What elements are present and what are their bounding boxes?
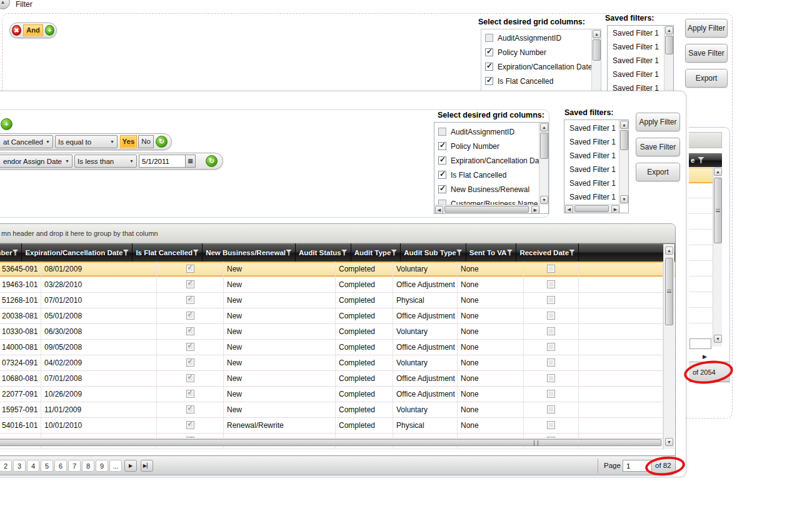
filter-funnel-icon[interactable] <box>286 250 292 256</box>
scroll-right-icon[interactable]: ▶ <box>611 205 619 213</box>
table-row[interactable]: 54016-101 10/01/2010 Renewal/Rewrite Com… <box>0 418 675 434</box>
column-option[interactable]: Expiration/Cancellation Date <box>481 59 601 74</box>
column-option[interactable]: Expiration/Cancellation Date <box>434 153 548 168</box>
and-operator-button[interactable]: And <box>23 24 43 36</box>
column-header[interactable]: New Business/Renewal <box>203 243 296 262</box>
column-checkbox[interactable] <box>438 128 446 136</box>
column-checkbox[interactable] <box>438 142 446 150</box>
filter-funnel-icon[interactable] <box>341 250 348 256</box>
field-dropdown-1[interactable]: at Cancelled ▼ <box>0 135 53 148</box>
column-option[interactable]: Policy Number <box>434 139 548 153</box>
page-number-button[interactable]: 6 <box>54 460 67 472</box>
date-input[interactable] <box>139 155 185 168</box>
column-checkbox[interactable] <box>485 48 493 56</box>
export-button[interactable]: Export <box>685 69 728 88</box>
yes-toggle-button[interactable]: Yes <box>120 135 137 148</box>
scroll-down-icon[interactable]: ▼ <box>714 335 722 343</box>
scroll-up-icon[interactable]: ▲ <box>665 246 673 255</box>
table-row[interactable]: 14000-081 09/05/2008 New Completed Offic… <box>0 340 675 355</box>
page-number-input[interactable] <box>623 460 652 472</box>
last-page-button[interactable]: ▶▏ <box>141 460 153 472</box>
columns-scrollbar[interactable]: ▲ <box>591 29 601 91</box>
column-option[interactable]: Is Flat Cancelled <box>434 168 548 182</box>
save-filter-button[interactable]: Save Filter <box>685 44 728 63</box>
column-checkbox[interactable] <box>485 34 493 42</box>
page-number-button[interactable]: 8 <box>82 460 94 472</box>
scroll-up-icon[interactable]: ▲ <box>593 30 601 38</box>
column-header[interactable]: Number <box>0 243 22 262</box>
scroll-up-icon[interactable]: ▲ <box>714 168 722 176</box>
column-header[interactable]: Received Date <box>516 243 579 262</box>
scroll-down-icon[interactable]: ▼ <box>665 438 673 446</box>
column-checkbox[interactable] <box>438 156 446 165</box>
background-highlighted-row[interactable] <box>689 168 713 183</box>
scroll-right-icon[interactable]: ▶ <box>531 206 539 214</box>
no-toggle-button[interactable]: No <box>138 135 154 148</box>
saved-filters-hscrollbar[interactable]: ◀ ▶ <box>564 204 620 213</box>
background-column-header[interactable]: e <box>689 153 722 167</box>
grid-horizontal-scrollbar[interactable] <box>0 438 663 447</box>
column-checkbox[interactable] <box>438 171 446 179</box>
add-filter-row-button[interactable]: + <box>1 118 13 130</box>
filter-funnel-icon[interactable] <box>12 250 18 256</box>
column-header[interactable]: Audit Status <box>296 243 351 262</box>
scroll-down-icon[interactable]: ▼ <box>540 196 548 204</box>
column-header[interactable]: Audit Sub Type <box>401 243 466 262</box>
saved-filters-scrollbar[interactable]: ▲ <box>664 26 673 91</box>
scroll-left-icon[interactable]: ◀ <box>565 205 573 213</box>
background-page-input[interactable] <box>689 338 711 349</box>
column-option[interactable]: New Business/Renewal <box>434 182 548 196</box>
swap-condition-icon[interactable]: ↻ <box>156 136 168 148</box>
remove-filter-group-button[interactable]: ✖ <box>12 25 21 36</box>
scroll-thumb[interactable] <box>540 133 548 159</box>
export-button[interactable]: Export <box>636 163 680 181</box>
scroll-thumb[interactable] <box>444 206 529 213</box>
table-row[interactable]: 07324-091 04/02/2009 New Completed Volun… <box>0 355 675 371</box>
scroll-up-icon[interactable]: ▲ <box>620 121 628 129</box>
filter-funnel-icon[interactable] <box>506 250 513 256</box>
column-option[interactable]: AuditAssignmentID <box>434 124 548 139</box>
scroll-down-icon[interactable]: ▼ <box>620 195 628 203</box>
filter-funnel-icon[interactable] <box>123 250 129 256</box>
table-row[interactable]: 20038-081 05/01/2008 New Completed Offic… <box>0 308 675 324</box>
page-number-button[interactable]: 2 <box>0 460 12 472</box>
swap-condition-icon[interactable]: ↻ <box>206 155 218 167</box>
column-checkbox[interactable] <box>438 185 446 193</box>
apply-filter-button[interactable]: Apply Filter <box>636 113 680 131</box>
page-number-button[interactable]: 7 <box>68 460 81 472</box>
table-row[interactable]: 53645-091 08/01/2009 New Completed Volun… <box>0 262 675 277</box>
column-checkbox[interactable] <box>485 77 493 85</box>
column-header[interactable]: Is Flat Cancelled <box>133 243 203 262</box>
page-number-button[interactable]: 9 <box>96 460 108 472</box>
filter-funnel-icon[interactable] <box>193 250 199 256</box>
filter-collapse-button[interactable]: ▲ <box>0 0 10 9</box>
table-row[interactable]: 22077-091 10/26/2009 New Completed Offic… <box>0 387 675 402</box>
scroll-thumb[interactable] <box>574 205 609 212</box>
column-option[interactable]: Policy Number <box>481 45 601 59</box>
operator-dropdown-2[interactable]: Is less than ▼ <box>74 155 137 168</box>
column-header[interactable]: Audit Type <box>351 243 401 262</box>
column-option[interactable]: AuditAssignmentID <box>481 31 601 45</box>
scroll-left-icon[interactable]: ◀ <box>435 206 443 214</box>
grid-vertical-scrollbar[interactable]: ▲ ▼ <box>663 244 674 449</box>
filter-funnel-icon[interactable] <box>698 157 704 163</box>
column-option[interactable]: Is Flat Cancelled <box>481 74 601 88</box>
table-row[interactable]: 10330-081 06/30/2008 New Completed Volun… <box>0 324 675 340</box>
table-row[interactable]: 51268-101 07/01/2010 New Completed Physi… <box>0 293 675 308</box>
add-filter-button[interactable]: + <box>45 25 54 36</box>
background-grid-scrollbar[interactable]: ▲ ▼ <box>713 167 722 347</box>
saved-filters-scrollbar[interactable]: ▲ ▼ <box>619 120 628 205</box>
scroll-up-icon[interactable]: ▲ <box>540 123 548 131</box>
filter-funnel-icon[interactable] <box>391 250 397 256</box>
table-row[interactable]: 15957-091 11/01/2009 New Completed Volun… <box>0 402 675 418</box>
table-row[interactable]: 19463-101 03/28/2010 New Completed Offic… <box>0 277 675 293</box>
apply-filter-button[interactable]: Apply Filter <box>685 19 728 38</box>
page-number-button[interactable]: 3 <box>13 460 26 472</box>
table-row[interactable]: 10680-081 07/01/2008 New Completed Offic… <box>0 371 675 387</box>
scroll-thumb[interactable] <box>714 178 722 243</box>
column-checkbox[interactable] <box>485 63 493 71</box>
scroll-right-icon[interactable]: ▶ <box>703 353 707 360</box>
column-header[interactable]: Expiration/Cancellation Date <box>22 243 133 262</box>
next-page-button[interactable]: ▶ <box>124 460 137 472</box>
filter-funnel-icon[interactable] <box>456 250 463 256</box>
